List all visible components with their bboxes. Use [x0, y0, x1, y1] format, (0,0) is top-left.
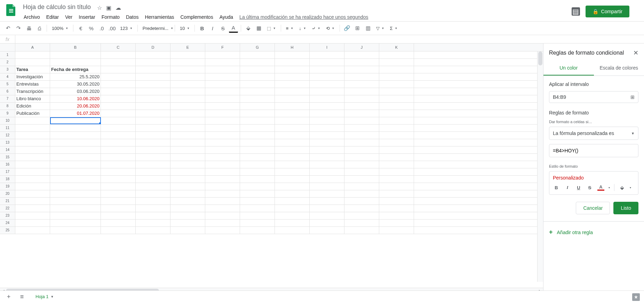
cell[interactable]	[170, 220, 205, 226]
cell[interactable]	[15, 51, 50, 58]
cell[interactable]	[205, 125, 240, 131]
cell[interactable]: Transcripción	[15, 88, 50, 95]
cell[interactable]	[101, 51, 136, 58]
cell[interactable]	[310, 59, 344, 66]
cell[interactable]	[344, 81, 379, 88]
column-header[interactable]: G	[240, 43, 275, 51]
cell[interactable]	[310, 190, 344, 197]
link-icon[interactable]: 🔗	[343, 24, 352, 33]
cell[interactable]	[15, 220, 50, 226]
cell[interactable]	[379, 59, 414, 66]
cell[interactable]	[344, 139, 379, 146]
condition-dropdown[interactable]: La fórmula personalizada es▼	[549, 127, 638, 140]
formula-input[interactable]	[549, 144, 638, 157]
cell[interactable]	[205, 190, 240, 197]
cell[interactable]	[136, 161, 170, 168]
cell[interactable]	[275, 190, 310, 197]
row-header[interactable]: 18	[0, 176, 15, 183]
cell[interactable]	[101, 154, 136, 161]
cell[interactable]	[379, 139, 414, 146]
cell[interactable]	[101, 125, 136, 131]
row-header[interactable]: 22	[0, 205, 15, 212]
cell[interactable]	[310, 51, 344, 58]
cell[interactable]	[136, 132, 170, 139]
cell[interactable]	[50, 132, 101, 139]
cell[interactable]	[15, 139, 50, 146]
text-rotation-dropdown[interactable]: ⟲▼	[324, 24, 337, 33]
increase-decimal-icon[interactable]: .00	[108, 24, 117, 33]
cell[interactable]	[240, 95, 275, 102]
cell[interactable]	[344, 161, 379, 168]
cell[interactable]	[240, 117, 275, 124]
cell[interactable]	[205, 95, 240, 102]
cell[interactable]	[379, 88, 414, 95]
cell[interactable]	[136, 88, 170, 95]
cell[interactable]	[379, 117, 414, 124]
cell[interactable]	[240, 139, 275, 146]
percent-icon[interactable]: %	[87, 24, 96, 33]
cell[interactable]	[136, 183, 170, 190]
menu-tools[interactable]: Herramientas	[142, 13, 177, 21]
cell[interactable]	[136, 110, 170, 117]
number-format-dropdown[interactable]: 123▼	[118, 24, 135, 33]
cell[interactable]	[15, 176, 50, 183]
cell[interactable]	[101, 176, 136, 183]
cell[interactable]	[101, 110, 136, 117]
h-align-dropdown[interactable]: ≡▼	[284, 24, 296, 33]
cell[interactable]	[170, 198, 205, 205]
column-header[interactable]: B	[50, 43, 101, 51]
cell[interactable]	[379, 198, 414, 205]
cell[interactable]	[275, 117, 310, 124]
close-icon[interactable]: ✕	[633, 49, 638, 57]
cell[interactable]	[170, 183, 205, 190]
cell[interactable]	[379, 81, 414, 88]
row-header[interactable]: 13	[0, 139, 15, 146]
cell[interactable]	[205, 103, 240, 110]
row-header[interactable]: 25	[0, 227, 15, 234]
cell[interactable]	[379, 168, 414, 175]
cell[interactable]	[379, 220, 414, 226]
cell[interactable]	[205, 154, 240, 161]
row-header[interactable]: 1	[0, 51, 15, 58]
column-header[interactable]: K	[379, 43, 414, 51]
cell[interactable]	[379, 110, 414, 117]
row-header[interactable]: 5	[0, 81, 15, 88]
cell[interactable]	[50, 205, 101, 212]
cell[interactable]	[275, 139, 310, 146]
cell[interactable]	[344, 110, 379, 117]
cell[interactable]	[101, 168, 136, 175]
cell[interactable]	[344, 183, 379, 190]
cell[interactable]	[310, 220, 344, 226]
cell[interactable]	[275, 154, 310, 161]
cell[interactable]	[136, 81, 170, 88]
cell[interactable]	[101, 95, 136, 102]
cell[interactable]	[101, 198, 136, 205]
row-header[interactable]: 14	[0, 146, 15, 153]
cell[interactable]	[50, 146, 101, 153]
cell[interactable]	[136, 51, 170, 58]
row-header[interactable]: 21	[0, 198, 15, 205]
cell[interactable]	[15, 154, 50, 161]
cell[interactable]	[205, 205, 240, 212]
cell[interactable]	[275, 205, 310, 212]
italic-icon[interactable]: I	[208, 24, 217, 33]
last-modified[interactable]: La última modificación se ha realizado h…	[239, 13, 368, 21]
cell[interactable]	[136, 198, 170, 205]
currency-icon[interactable]: €	[76, 24, 85, 33]
undo-icon[interactable]: ↶	[3, 24, 13, 33]
cell[interactable]	[240, 110, 275, 117]
cell[interactable]	[275, 161, 310, 168]
cell[interactable]	[344, 95, 379, 102]
cell[interactable]	[170, 176, 205, 183]
style-italic-icon[interactable]: I	[564, 185, 571, 190]
column-header[interactable]: A	[15, 43, 50, 51]
cell[interactable]	[136, 66, 170, 73]
cell[interactable]	[205, 212, 240, 219]
redo-icon[interactable]: ↷	[14, 24, 23, 33]
cell[interactable]	[170, 190, 205, 197]
tab-color-scale[interactable]: Escala de colores	[594, 61, 644, 75]
cloud-icon[interactable]: ☁	[116, 5, 121, 11]
cell[interactable]	[205, 198, 240, 205]
row-header[interactable]: 7	[0, 95, 15, 102]
style-fill-color-icon[interactable]: ⬙	[619, 185, 626, 190]
